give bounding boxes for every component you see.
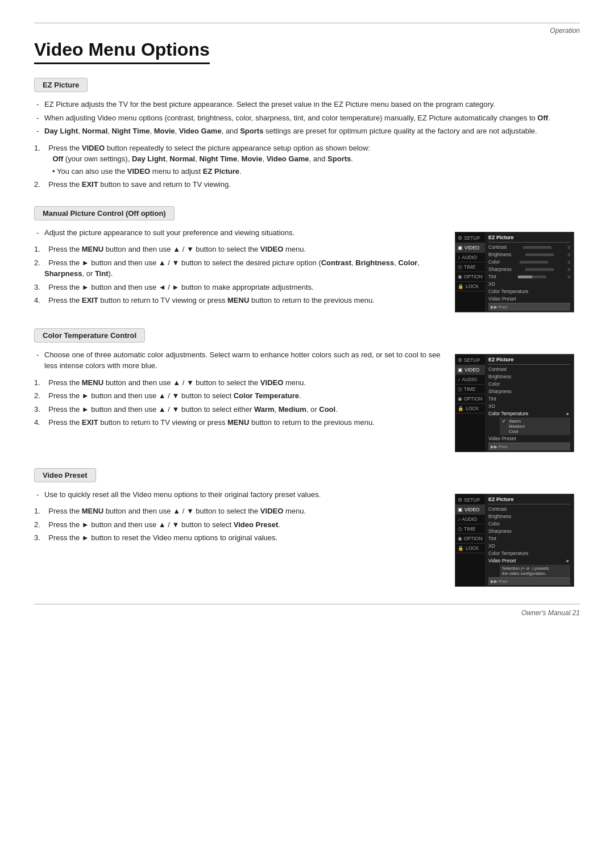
- color-temp-steps: 1. Press the MENU button and then use ▲ …: [34, 377, 443, 428]
- tv-item-tint-2: Tint: [488, 395, 570, 403]
- tv-item-video-preset-3: Video Preset ►: [488, 557, 570, 565]
- manual-picture-header: Manual Picture Control (Off option): [34, 206, 175, 220]
- video-preset-header: Video Preset: [34, 468, 96, 482]
- time-icon: ◷: [458, 264, 462, 270]
- setup-icon-3: ⚙: [458, 497, 462, 503]
- tv-nav-audio-2: ♪ AUDIO: [455, 375, 485, 385]
- operation-label: Operation: [34, 27, 580, 35]
- tv-nav-time-3: ◷ TIME: [455, 524, 485, 534]
- list-item: 2. Press the EXIT button to save and ret…: [34, 179, 580, 190]
- lock-icon-2: 🔒: [458, 406, 464, 411]
- color-temp-content: Choose one of three automatic color adju…: [34, 349, 580, 452]
- manual-picture-text: Adjust the picture appearance to suit yo…: [34, 227, 443, 312]
- tv-menu-title-3: EZ Picture: [488, 495, 570, 504]
- tv-item-sharpness: Sharpness 0: [488, 266, 570, 273]
- color-temp-bullets: Choose one of three automatic color adju…: [34, 349, 443, 372]
- tv-item-sharpness-2: Sharpness: [488, 388, 570, 395]
- tv-screen-2: ⚙ SETUP ▣ VIDEO ♪ AUDIO ◷ TIME ◉ OPTION …: [455, 354, 574, 452]
- tv-item-tint-3: Tint: [488, 535, 570, 542]
- tv-item-contrast-2: Contrast: [488, 366, 570, 373]
- tv-menu-title-1: EZ Picture: [488, 233, 570, 243]
- video-icon: ▣: [458, 245, 463, 251]
- tv-item-color-temp: Color Temperature: [488, 288, 570, 295]
- tv-nav-audio: ♪ AUDIO: [455, 253, 485, 262]
- ez-picture-header: EZ Picture: [34, 78, 88, 92]
- tv-bottom-1: ▶▶ Prev: [488, 303, 570, 311]
- lock-icon: 🔒: [458, 283, 464, 289]
- manual-picture-section: Manual Picture Control (Off option) Adju…: [34, 206, 580, 312]
- tv-item-color: Color 0: [488, 258, 570, 266]
- video-preset-content: Use to quickly reset all the Video menu …: [34, 489, 580, 587]
- tv-nav-option: ◉ OPTION: [455, 272, 485, 282]
- video-icon-2: ▣: [458, 367, 463, 373]
- tv-nav-setup-2: ⚙ SETUP: [455, 356, 485, 365]
- tv-nav-lock: 🔒 LOCK: [455, 282, 485, 291]
- list-item: 1. Press the VIDEO button repeatedly to …: [34, 143, 580, 177]
- tv-nav-setup-3: ⚙ SETUP: [455, 495, 485, 505]
- tv-nav-lock-3: 🔒 LOCK: [455, 544, 485, 553]
- tv-bottom-2: ▶▶ Prev: [488, 443, 570, 450]
- tv-nav-option-2: ◉ OPTION: [455, 394, 485, 404]
- tv-right-content-1: EZ Picture Contrast 0 Brightness 0: [485, 232, 574, 312]
- video-preset-steps: 1. Press the MENU button and then use ▲ …: [34, 506, 443, 544]
- list-item: Choose one of three automatic color adju…: [34, 349, 443, 372]
- setup-icon: ⚙: [458, 235, 462, 241]
- list-item: Day Light, Normal, Night Time, Movie, Vi…: [34, 126, 580, 137]
- tv-item-video-preset: Video Preset: [488, 295, 570, 303]
- list-item: 3. Press the ► button and then use ▲ / ▼…: [34, 404, 443, 415]
- list-item: 2. Press the ► button and then use ▲ / ▼…: [34, 257, 443, 279]
- tv-item-color-temp-2: Color Temperature ►: [488, 410, 570, 418]
- tv-item-xd-3: XD: [488, 542, 570, 550]
- tv-item-xd: XD: [488, 281, 570, 288]
- list-item: 2. Press the ► button and then use ▲ / ▼…: [34, 519, 443, 531]
- list-item: 4. Press the EXIT button to return to TV…: [34, 417, 443, 428]
- list-item: 3. Press the ► button to reset the Video…: [34, 532, 443, 544]
- tv-screen-1: ⚙ SETUP ▣ VIDEO ♪ AUDIO ◷ TIME ◉ OPTION: [455, 232, 574, 312]
- tv-nav-video-2: ▣ VIDEO: [455, 365, 485, 375]
- list-item: Adjust the picture appearance to suit yo…: [34, 227, 443, 239]
- tv-left-nav-2: ⚙ SETUP ▣ VIDEO ♪ AUDIO ◷ TIME ◉ OPTION …: [455, 354, 485, 452]
- top-rule: [34, 23, 580, 23]
- tv-left-nav: ⚙ SETUP ▣ VIDEO ♪ AUDIO ◷ TIME ◉ OPTION: [455, 232, 485, 312]
- page-title: Video Menu Options: [34, 39, 210, 64]
- color-temp-tv-menu: ⚙ SETUP ▣ VIDEO ♪ AUDIO ◷ TIME ◉ OPTION …: [455, 349, 580, 452]
- page: Operation Video Menu Options EZ Picture …: [0, 0, 614, 868]
- list-item: 1. Press the MENU button and then use ▲ …: [34, 377, 443, 389]
- tv-nav-setup: ⚙ SETUP: [455, 233, 485, 243]
- tv-item-brightness-3: Brightness: [488, 513, 570, 520]
- tv-nav-video: ▣ VIDEO: [455, 243, 485, 253]
- list-item: 3. Press the ► button and then use ◄ / ►…: [34, 282, 443, 293]
- manual-picture-tv-menu: ⚙ SETUP ▣ VIDEO ♪ AUDIO ◷ TIME ◉ OPTION: [455, 227, 580, 312]
- tv-nav-video-3: ▣ VIDEO: [455, 505, 485, 515]
- tv-item-tint: Tint 0: [488, 273, 570, 281]
- color-temp-header: Color Temperature Control: [34, 328, 145, 343]
- tv-right-content-3: EZ Picture Contrast Brightness Color Sha…: [485, 494, 574, 586]
- audio-icon-3: ♪: [458, 516, 460, 522]
- list-item: 1. Press the MENU button and then use ▲ …: [34, 506, 443, 517]
- manual-picture-steps: 1. Press the MENU button and then use ▲ …: [34, 244, 443, 306]
- tv-item-xd-2: XD: [488, 403, 570, 410]
- tv-left-nav-3: ⚙ SETUP ▣ VIDEO ♪ AUDIO ◷ TIME ◉ OPTION …: [455, 494, 485, 586]
- list-item: When adjusting Video menu options (contr…: [34, 112, 580, 124]
- tv-nav-option-3: ◉ OPTION: [455, 534, 485, 544]
- tv-bottom-3: ▶▶ Prev: [488, 577, 570, 585]
- tv-screen-3: ⚙ SETUP ▣ VIDEO ♪ AUDIO ◷ TIME ◉ OPTION …: [455, 494, 574, 587]
- tv-nav-time: ◷ TIME: [455, 262, 485, 272]
- list-item: EZ Picture adjusts the TV for the best p…: [34, 99, 580, 110]
- tv-item-contrast: Contrast 0: [488, 244, 570, 251]
- color-temp-text: Choose one of three automatic color adju…: [34, 349, 443, 452]
- tv-item-sharpness-3: Sharpness: [488, 528, 570, 535]
- tv-item-video-preset-2: Video Preset: [488, 435, 570, 443]
- audio-icon-2: ♪: [458, 377, 460, 382]
- option-icon-2: ◉: [458, 396, 462, 402]
- time-icon-2: ◷: [458, 386, 462, 392]
- manual-picture-content: Adjust the picture appearance to suit yo…: [34, 227, 580, 312]
- tv-menu-title-2: EZ Picture: [488, 356, 570, 365]
- tv-right-content-2: EZ Picture Contrast Brightness Color Sha…: [485, 354, 574, 452]
- video-icon-3: ▣: [458, 507, 463, 512]
- option-icon: ◉: [458, 274, 462, 279]
- tv-nav-audio-3: ♪ AUDIO: [455, 515, 485, 524]
- tv-nav-lock-2: 🔒 LOCK: [455, 404, 485, 414]
- tv-item-brightness-2: Brightness: [488, 373, 570, 381]
- option-icon-3: ◉: [458, 536, 462, 541]
